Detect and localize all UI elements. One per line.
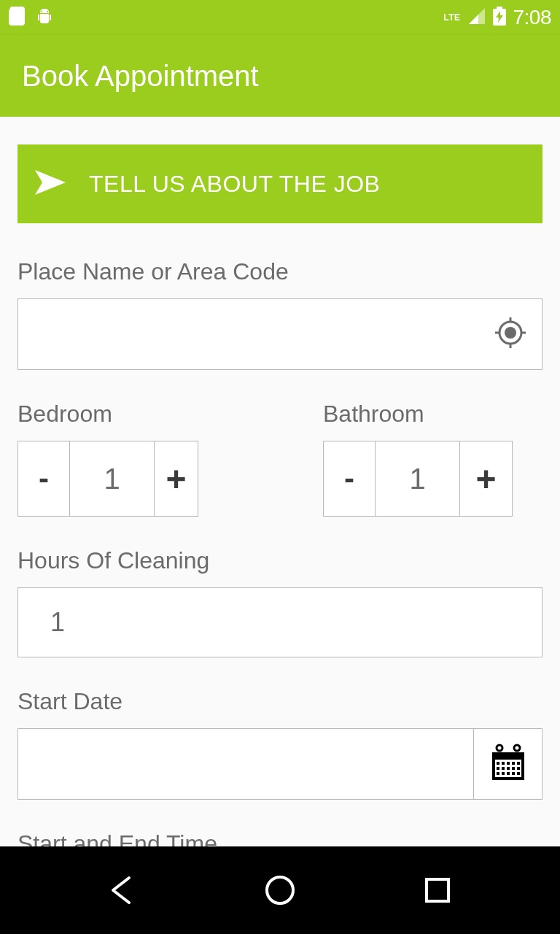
home-button[interactable]	[258, 868, 302, 912]
hours-value: 1	[50, 607, 65, 638]
hours-label: Hours Of Cleaning	[18, 547, 542, 574]
svg-rect-10	[497, 762, 499, 765]
start-date-label: Start Date	[18, 688, 542, 715]
svg-rect-15	[497, 767, 499, 770]
sd-card-icon	[9, 7, 25, 28]
bathroom-label: Bathroom	[323, 401, 424, 428]
status-bar: LTE 7:08	[0, 0, 560, 35]
back-button[interactable]	[101, 868, 144, 912]
content-area: TELL US ABOUT THE JOB Place Name or Area…	[0, 117, 560, 846]
page-title: Book Appointment	[22, 60, 259, 93]
gps-locate-icon[interactable]	[494, 316, 527, 352]
svg-point-25	[267, 877, 293, 903]
svg-rect-12	[507, 762, 510, 765]
svg-rect-26	[427, 879, 448, 901]
bedroom-stepper: - 1 +	[18, 441, 237, 517]
svg-rect-17	[507, 767, 510, 770]
start-date-field	[18, 728, 542, 800]
svg-rect-22	[507, 772, 510, 775]
bathroom-increment-button[interactable]: +	[460, 441, 513, 517]
start-date-input[interactable]	[33, 729, 459, 799]
svg-rect-19	[517, 767, 520, 770]
svg-rect-16	[502, 767, 505, 770]
svg-rect-23	[512, 772, 515, 775]
recents-button[interactable]	[416, 868, 459, 912]
lte-icon: LTE	[443, 12, 460, 23]
bedroom-decrement-button[interactable]: -	[18, 441, 70, 517]
location-label: Place Name or Area Code	[18, 258, 542, 285]
bathroom-decrement-button[interactable]: -	[323, 441, 376, 517]
section-banner: TELL US ABOUT THE JOB	[18, 144, 542, 223]
svg-point-6	[497, 745, 502, 751]
arrow-send-icon	[34, 166, 67, 202]
app-bar: Book Appointment	[0, 35, 560, 117]
svg-rect-24	[517, 772, 520, 775]
svg-rect-14	[517, 762, 520, 765]
android-debug-icon	[35, 7, 54, 28]
android-nav-bar	[0, 846, 560, 934]
bedroom-label: Bedroom	[18, 401, 237, 428]
svg-rect-20	[497, 772, 499, 775]
battery-charging-icon	[493, 7, 506, 28]
location-input-container	[18, 298, 542, 370]
svg-rect-13	[512, 762, 515, 765]
svg-point-0	[505, 327, 516, 339]
location-input[interactable]	[33, 299, 494, 369]
calendar-icon	[489, 744, 527, 784]
svg-point-7	[514, 745, 520, 751]
bathroom-stepper: - 1 +	[323, 441, 513, 517]
time-range-label: Start and End Time	[18, 830, 542, 846]
bedroom-value: 1	[70, 441, 155, 517]
calendar-button[interactable]	[473, 729, 542, 799]
banner-text: TELL US ABOUT THE JOB	[89, 171, 380, 198]
svg-rect-21	[502, 772, 505, 775]
signal-icon	[468, 7, 486, 28]
status-time: 7:08	[513, 6, 552, 29]
svg-rect-18	[512, 767, 515, 770]
svg-rect-11	[502, 762, 505, 765]
bedroom-increment-button[interactable]: +	[155, 441, 198, 517]
hours-select[interactable]: 1	[18, 587, 542, 657]
bathroom-value: 1	[376, 441, 460, 517]
